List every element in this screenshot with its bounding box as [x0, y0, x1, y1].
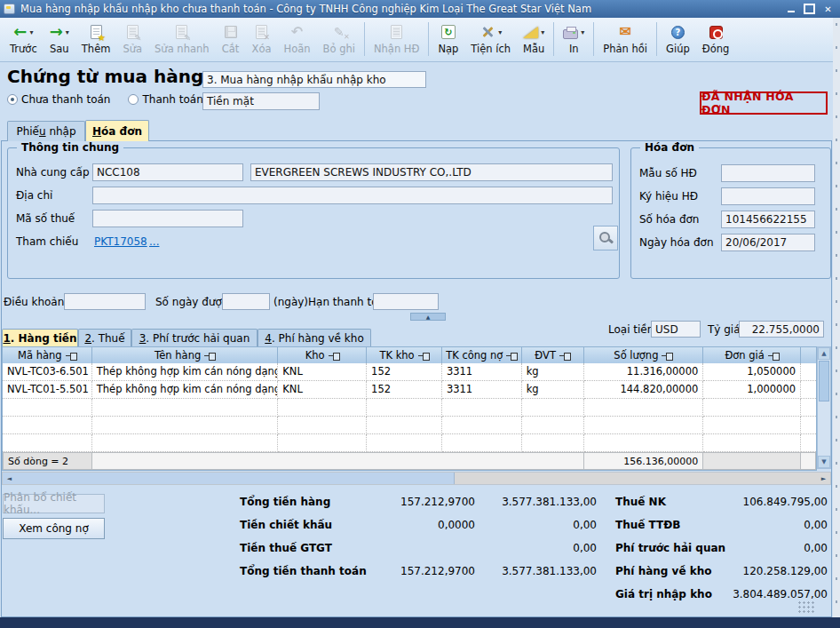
toolbar-button-previous[interactable]: ←▾ Trước: [4, 21, 44, 56]
column-header-dvt[interactable]: ĐVT: [522, 347, 584, 363]
invoice-date-field[interactable]: 20/06/2017: [721, 234, 815, 251]
resize-grip[interactable]: [797, 600, 815, 615]
toolbar-button-add[interactable]: ★ Thêm: [75, 21, 117, 56]
maximize-button[interactable]: [803, 4, 816, 15]
toolbar-button-print[interactable]: ▾ In: [557, 21, 590, 56]
cell-kho[interactable]: KNL: [278, 363, 367, 381]
toolbar-button-template[interactable]: ▾ Mẫu: [517, 21, 551, 56]
payment-terms-field[interactable]: [64, 293, 146, 310]
table-row[interactable]: NVL-TC01-5.501 Thép không hợp kim cán nó…: [3, 381, 816, 399]
payment-method-field[interactable]: Tiền mặt: [202, 92, 320, 110]
cell-ten-hang[interactable]: Thép không hợp kim cán nóng dạng cuộ: [92, 381, 279, 399]
pin-icon[interactable]: [204, 352, 215, 360]
cell-tk-kho[interactable]: 152: [367, 381, 442, 399]
chevron-down-icon[interactable]: ▾: [581, 28, 584, 36]
column-header-ma-hang[interactable]: Mã hàng: [3, 347, 92, 363]
column-header-don-gia[interactable]: Đơn giá: [703, 347, 801, 363]
collapse-splitter-button[interactable]: ▲: [410, 313, 446, 321]
table-row-empty[interactable]: [3, 417, 816, 434]
toolbar-button-reload[interactable]: ↻ Nạp: [432, 21, 464, 56]
cell-don-gia[interactable]: 1,050000: [703, 363, 801, 381]
tab-phi-truoc-hai-quan[interactable]: 3. Phí trước hải quan: [131, 329, 258, 346]
pin-icon[interactable]: [559, 352, 570, 360]
power-icon: [709, 26, 723, 39]
pin-icon[interactable]: [329, 352, 339, 360]
scroll-right-icon[interactable]: ►: [817, 473, 830, 484]
column-header-tk-kho[interactable]: TK kho: [367, 347, 442, 363]
view-debt-button[interactable]: Xem công nợ: [3, 518, 105, 539]
invoice-number-field[interactable]: 101456622155: [721, 211, 815, 228]
pin-icon[interactable]: [418, 352, 429, 360]
cell-tk-cong-no[interactable]: 3311: [442, 381, 522, 399]
lookup-button[interactable]: [593, 226, 618, 250]
supplier-name-field[interactable]: EVERGREEN SCREWS INDUSTRY CO,.LTD: [250, 163, 613, 181]
radio-unpaid[interactable]: [7, 94, 18, 105]
doc-type-combobox[interactable]: 3. Mua hàng nhập khẩu nhập kho: [202, 71, 426, 88]
cell-ma-hang[interactable]: NVL-TC03-6.501: [3, 363, 92, 381]
chevron-down-icon[interactable]: ▾: [498, 28, 502, 36]
radio-pay-now[interactable]: [128, 94, 139, 105]
credit-days-field[interactable]: [222, 293, 270, 310]
cell-tk-kho[interactable]: 152: [367, 363, 442, 381]
toolbar-button-feedback[interactable]: ✉ Phản hồi: [597, 21, 654, 56]
minimize-button[interactable]: [784, 4, 797, 15]
toolbar-button-help[interactable]: ? Giúp: [660, 21, 696, 56]
tab-phieu-nhap[interactable]: Phiếu nhập: [7, 121, 85, 141]
horizontal-scroll-thumb[interactable]: [16, 473, 455, 484]
scroll-down-icon[interactable]: ▼: [818, 456, 830, 468]
cell-don-gia[interactable]: 1,000000: [703, 381, 801, 399]
vertical-scroll-thumb[interactable]: [819, 361, 829, 401]
toolbar-button-next[interactable]: →▾ Sau: [44, 21, 75, 56]
tab-thue[interactable]: 2. Thuế: [78, 329, 131, 346]
cell-dvt[interactable]: kg: [522, 363, 584, 381]
cell-ma-hang[interactable]: NVL-TC01-5.501: [3, 381, 92, 399]
cell-so-luong[interactable]: 11.316,00000: [584, 363, 704, 381]
cell-kho[interactable]: KNL: [278, 381, 367, 399]
pin-icon[interactable]: [506, 352, 517, 360]
cell-dvt[interactable]: kg: [522, 381, 584, 399]
pin-icon[interactable]: [768, 352, 779, 360]
tab-hang-tien[interactable]: 1. Hàng tiền: [2, 329, 78, 346]
table-row-empty[interactable]: [3, 399, 816, 417]
close-button[interactable]: ✕: [821, 4, 835, 15]
cell-tk-cong-no[interactable]: 3311: [442, 363, 522, 381]
column-header-kho[interactable]: Kho: [278, 347, 367, 363]
toolbar-button-quick-edit: ✎ Sửa nhanh: [148, 21, 216, 56]
pin-icon[interactable]: [66, 352, 76, 360]
due-date-field[interactable]: [373, 293, 439, 310]
table-row[interactable]: NVL-TC03-6.501 Thép không hợp kim cán nó…: [3, 363, 816, 381]
chevron-down-icon[interactable]: ▾: [66, 28, 69, 36]
table-row-empty[interactable]: [3, 434, 816, 452]
toolbar-button-close-form[interactable]: Đóng: [696, 21, 736, 56]
column-header-so-luong[interactable]: Số lượng: [584, 347, 704, 363]
horizontal-scrollbar[interactable]: ◄ ►: [2, 472, 831, 485]
reference-more-link[interactable]: ...: [149, 235, 159, 248]
toolbar-button-utilities[interactable]: ▾ Tiện ích: [464, 21, 517, 56]
column-header-ten-hang[interactable]: Tên hàng: [92, 347, 279, 363]
reference-label: Tham chiếu: [16, 235, 78, 248]
scroll-left-icon[interactable]: ◄: [3, 473, 16, 484]
cell-so-luong[interactable]: 144.820,00000: [584, 381, 704, 399]
invoice-serial-field[interactable]: [721, 187, 815, 205]
chevron-down-icon[interactable]: ▾: [541, 28, 544, 36]
exchange-rate-label: Tỷ giá: [708, 323, 741, 336]
currency-field[interactable]: USD: [651, 321, 701, 338]
address-field[interactable]: [92, 187, 613, 204]
cell-ten-hang[interactable]: Thép không hợp kim cán nóng dạng cuộ: [92, 363, 279, 381]
invoice-template-field[interactable]: [721, 164, 815, 182]
tab-hoa-don[interactable]: Hóa đơn: [85, 120, 149, 141]
tab-phi-hang-ve-kho[interactable]: 4. Phí hàng về kho: [258, 329, 371, 346]
scroll-up-icon[interactable]: ▲: [818, 347, 830, 360]
tax-code-field[interactable]: [92, 210, 243, 227]
import-tax-label: Thuế NK: [615, 496, 666, 508]
toolbar-button-edit: ✎ Sửa: [116, 21, 148, 56]
address-label: Địa chỉ: [16, 189, 52, 202]
supplier-code-field[interactable]: NCC108: [92, 163, 243, 181]
exchange-rate-field[interactable]: 22.755,0000: [739, 321, 824, 338]
pin-icon[interactable]: [662, 352, 672, 360]
reference-link[interactable]: PKT17058: [94, 235, 147, 248]
column-header-tk-cong-no[interactable]: TK công nợ: [442, 347, 522, 363]
chevron-down-icon[interactable]: ▾: [29, 28, 33, 36]
vat-vnd: 0,00: [481, 542, 597, 554]
vertical-scrollbar[interactable]: ▲ ▼: [817, 346, 831, 469]
